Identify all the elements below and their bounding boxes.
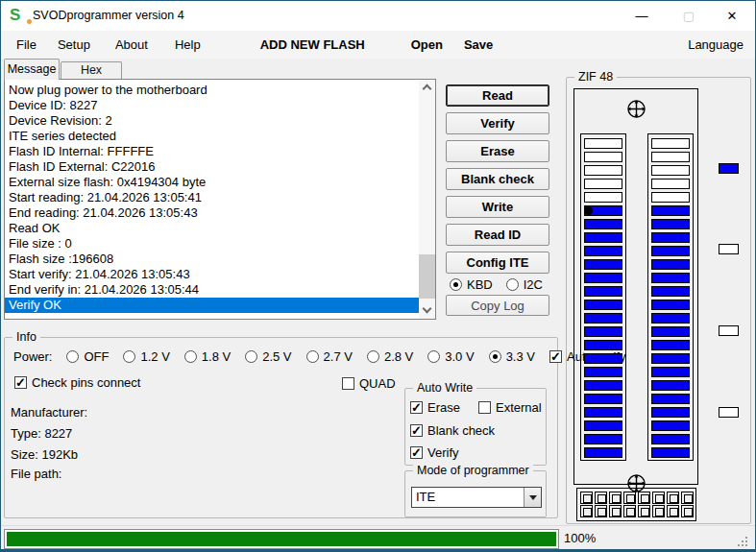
- log-line[interactable]: End verify in: 21.04.2026 13:05:44: [5, 282, 419, 298]
- radio-on-icon[interactable]: [450, 278, 462, 291]
- menu-item-help[interactable]: Help: [175, 37, 201, 52]
- zif-pin: [651, 313, 690, 324]
- read-button[interactable]: Read: [446, 84, 549, 107]
- i2c-radio[interactable]: I2C: [506, 277, 543, 292]
- radio-off-icon[interactable]: [245, 350, 257, 363]
- zif-pin: [584, 434, 622, 444]
- check-off-icon[interactable]: [478, 401, 491, 414]
- check-on-icon[interactable]: [410, 424, 423, 437]
- menu-item-open[interactable]: Open: [411, 37, 443, 52]
- power-2.8v-radio[interactable]: 2.8 V: [367, 349, 413, 364]
- check-pins-connect-checkbox[interactable]: Check pins connect: [14, 375, 140, 390]
- power-label: Power:: [13, 349, 52, 364]
- chevron-down-icon[interactable]: [524, 488, 541, 507]
- log-line[interactable]: Now plug power to the motherboard: [5, 83, 419, 98]
- kbd-radio[interactable]: KBD: [450, 277, 493, 292]
- minimize-button[interactable]: —: [625, 1, 658, 31]
- verify-checkbox[interactable]: Verify: [410, 445, 459, 460]
- check-on-icon[interactable]: [410, 446, 423, 459]
- log-line[interactable]: Device ID: 8227: [5, 98, 419, 113]
- scrollbar-thumb[interactable]: [419, 254, 435, 299]
- menu-item-about[interactable]: About: [115, 37, 148, 52]
- log-line[interactable]: ITE series detected: [5, 129, 419, 144]
- resize-grip[interactable]: [738, 535, 751, 548]
- menu-item-save[interactable]: Save: [464, 37, 493, 52]
- verify-button[interactable]: Verify: [446, 112, 549, 134]
- log-scrollbar[interactable]: [419, 80, 435, 319]
- info-field: Manufacturer:: [11, 405, 87, 420]
- programmer-mode-select[interactable]: ITE: [411, 487, 542, 508]
- power-2.5v-radio[interactable]: 2.5 V: [245, 349, 291, 364]
- copy-log-button[interactable]: Copy Log: [446, 295, 549, 316]
- power-off-radio[interactable]: OFF: [66, 349, 109, 364]
- scroll-up-icon[interactable]: [419, 80, 435, 96]
- log-line[interactable]: Flash ID External: C22016: [5, 159, 419, 175]
- zif-pin: [584, 353, 622, 364]
- menu-item-add-new-flash[interactable]: ADD NEW FLASH: [260, 37, 365, 52]
- radio-off-icon[interactable]: [66, 350, 79, 363]
- quad-checkbox[interactable]: QUAD: [342, 376, 396, 391]
- log-line[interactable]: Flash ID Internal: FFFFFE: [5, 144, 419, 159]
- menu-item-language[interactable]: Language: [688, 37, 744, 52]
- log-line[interactable]: End reading: 21.04.2026 13:05:43: [5, 205, 419, 221]
- connector-cell: [580, 492, 593, 504]
- tab-message[interactable]: Message: [4, 59, 60, 80]
- power-3.3v-radio-label: 3.3 V: [506, 349, 535, 364]
- log-line[interactable]: Verify OK: [5, 298, 419, 313]
- log-line[interactable]: Device Revision: 2: [5, 113, 419, 129]
- power-1.2v-radio-label: 1.2 V: [140, 349, 169, 364]
- close-button[interactable]: ✕: [716, 1, 748, 31]
- radio-off-icon[interactable]: [506, 278, 519, 291]
- title-bar[interactable]: S SVODprogrammer version 4 — ▢ ✕: [1, 1, 755, 31]
- check-on-icon[interactable]: [14, 376, 27, 389]
- check-on-icon[interactable]: [549, 350, 562, 363]
- maximize-button: ▢: [672, 1, 705, 31]
- config-ite-button[interactable]: Config ITE: [446, 252, 549, 274]
- radio-off-icon[interactable]: [367, 350, 379, 363]
- power-2.7v-radio[interactable]: 2.7 V: [306, 349, 353, 364]
- menu-item-file[interactable]: File: [16, 37, 37, 52]
- blank-check-button[interactable]: Blank check: [446, 168, 549, 190]
- check-off-icon[interactable]: [342, 377, 354, 390]
- log-line[interactable]: Read OK: [5, 221, 419, 236]
- tab-hex-viewer[interactable]: Hex Viewer: [61, 61, 122, 80]
- radio-off-icon[interactable]: [427, 350, 440, 363]
- zif-pin: [584, 138, 622, 149]
- log-line[interactable]: Start verify: 21.04.2026 13:05:43: [5, 267, 419, 282]
- read-id-button[interactable]: Read ID: [446, 224, 549, 246]
- blank-check-checkbox[interactable]: Blank check: [410, 423, 495, 438]
- i2c-radio-label: I2C: [524, 277, 543, 292]
- power-1.2v-radio[interactable]: 1.2 V: [123, 349, 169, 364]
- menu-item-setup[interactable]: Setup: [58, 37, 90, 52]
- scroll-down-icon[interactable]: [419, 302, 435, 319]
- check-pins-connect-checkbox-label: Check pins connect: [32, 375, 140, 390]
- connector-cell: [595, 492, 607, 504]
- radio-off-icon[interactable]: [306, 350, 319, 363]
- radio-off-icon[interactable]: [184, 350, 197, 363]
- side-indicator: [719, 163, 739, 174]
- kbd-radio-label: KBD: [467, 277, 493, 292]
- check-on-icon[interactable]: [410, 401, 423, 414]
- zif-pin: [651, 380, 690, 391]
- power-1.8v-radio[interactable]: 1.8 V: [184, 349, 231, 364]
- zif-pin: [651, 434, 690, 444]
- log-line[interactable]: Start reading: 21.04.2026 13:05:41: [5, 190, 419, 205]
- zif-pin: [584, 273, 622, 283]
- write-button[interactable]: Write: [446, 196, 549, 218]
- power-3.0v-radio[interactable]: 3.0 V: [427, 349, 474, 364]
- power-1.8v-radio-label: 1.8 V: [202, 349, 231, 364]
- log-line[interactable]: Flash size :196608: [5, 252, 419, 267]
- power-3.3v-radio[interactable]: 3.3 V: [489, 349, 535, 364]
- progress-percent: 100%: [564, 531, 596, 545]
- status-bar: 100%: [1, 525, 755, 550]
- radio-off-icon[interactable]: [123, 350, 135, 363]
- log-line[interactable]: File size : 0: [5, 236, 419, 252]
- external-checkbox[interactable]: External: [478, 400, 542, 415]
- erase-button[interactable]: Erase: [446, 140, 549, 162]
- radio-on-icon[interactable]: [489, 350, 501, 363]
- erase-checkbox[interactable]: Erase: [410, 400, 460, 415]
- log-line[interactable]: External size flash: 0x4194304 byte: [5, 175, 419, 190]
- message-log[interactable]: Now plug power to the motherboardDevice …: [4, 79, 436, 320]
- quad-checkbox-label: QUAD: [359, 376, 396, 391]
- connector-cell: [681, 492, 694, 504]
